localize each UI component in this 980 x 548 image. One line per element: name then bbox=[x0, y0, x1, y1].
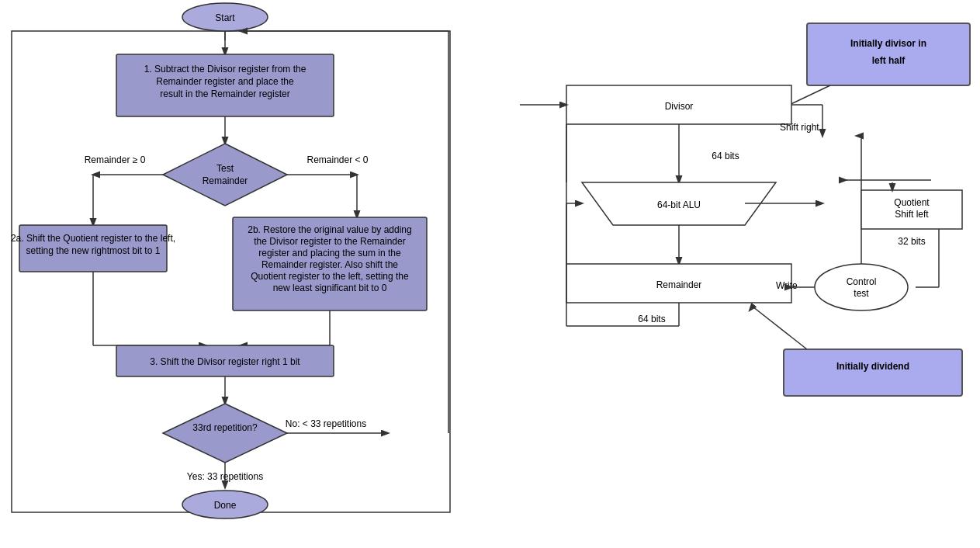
svg-text:result in the Remainder regist: result in the Remainder register bbox=[160, 88, 289, 99]
svg-text:setting the new rightmost bit : setting the new rightmost bit to 1 bbox=[26, 245, 161, 256]
svg-text:64 bits: 64 bits bbox=[712, 151, 739, 161]
svg-text:1.  Subtract the Divisor regis: 1. Subtract the Divisor register from th… bbox=[144, 64, 306, 75]
svg-text:Remainder: Remainder bbox=[656, 279, 702, 290]
svg-text:Quotient: Quotient bbox=[894, 197, 930, 208]
svg-point-70 bbox=[815, 264, 908, 310]
svg-text:64 bits: 64 bits bbox=[638, 314, 665, 324]
svg-text:Initially dividend: Initially dividend bbox=[836, 361, 909, 372]
svg-text:register and placing the sum i: register and placing the sum in the bbox=[258, 248, 401, 258]
svg-text:Write: Write bbox=[776, 280, 798, 291]
svg-text:Remainder register and place t: Remainder register and place the bbox=[156, 76, 294, 87]
svg-line-87 bbox=[753, 307, 807, 349]
svg-text:33rd repetition?: 33rd repetition? bbox=[192, 422, 258, 433]
svg-text:Done: Done bbox=[214, 500, 237, 511]
svg-marker-36 bbox=[163, 404, 287, 463]
svg-text:Divisor: Divisor bbox=[665, 101, 694, 112]
svg-text:Remainder < 0: Remainder < 0 bbox=[306, 154, 368, 165]
svg-text:Remainder ≥ 0: Remainder ≥ 0 bbox=[85, 154, 146, 165]
svg-text:left half: left half bbox=[872, 55, 906, 66]
svg-text:32 bits: 32 bits bbox=[898, 236, 925, 247]
svg-rect-85 bbox=[784, 349, 962, 396]
svg-text:No: < 33 repetitions: No: < 33 repetitions bbox=[286, 418, 366, 429]
svg-text:2a.  Shift the Quotient regist: 2a. Shift the Quotient register to the l… bbox=[11, 233, 175, 244]
svg-text:the Divisor register to the Re: the Divisor register to the Remainder bbox=[254, 236, 405, 247]
svg-text:Yes: 33 repetitions: Yes: 33 repetitions bbox=[187, 471, 263, 482]
svg-marker-10 bbox=[163, 144, 287, 206]
svg-text:Quotient register to the left,: Quotient register to the left, setting t… bbox=[251, 271, 409, 282]
svg-text:Shift right: Shift right bbox=[780, 122, 819, 133]
svg-text:3.  Shift the Divisor register: 3. Shift the Divisor register right 1 bi… bbox=[150, 356, 300, 367]
svg-text:2b.  Restore the original valu: 2b. Restore the original value by adding bbox=[248, 224, 411, 235]
svg-text:Control: Control bbox=[847, 276, 877, 287]
right-hardware-diagram: Initially divisor in left half Divisor S… bbox=[481, 0, 980, 548]
diagram-container: Start 1. Subtract the Divisor register f… bbox=[0, 0, 980, 548]
svg-text:Shift left: Shift left bbox=[895, 209, 929, 220]
svg-text:Remainder: Remainder bbox=[203, 175, 248, 186]
svg-text:64-bit ALU: 64-bit ALU bbox=[657, 199, 701, 210]
svg-text:Initially divisor in: Initially divisor in bbox=[850, 38, 926, 49]
svg-text:Test: Test bbox=[216, 163, 234, 174]
svg-rect-46 bbox=[807, 23, 970, 85]
svg-text:new least significant bit to 0: new least significant bit to 0 bbox=[273, 283, 387, 293]
svg-text:Remainder register. Also shift: Remainder register. Also shift the bbox=[261, 259, 398, 270]
svg-text:Start: Start bbox=[215, 12, 235, 23]
svg-text:test: test bbox=[854, 288, 869, 299]
left-flowchart: Start 1. Subtract the Divisor register f… bbox=[0, 0, 481, 548]
